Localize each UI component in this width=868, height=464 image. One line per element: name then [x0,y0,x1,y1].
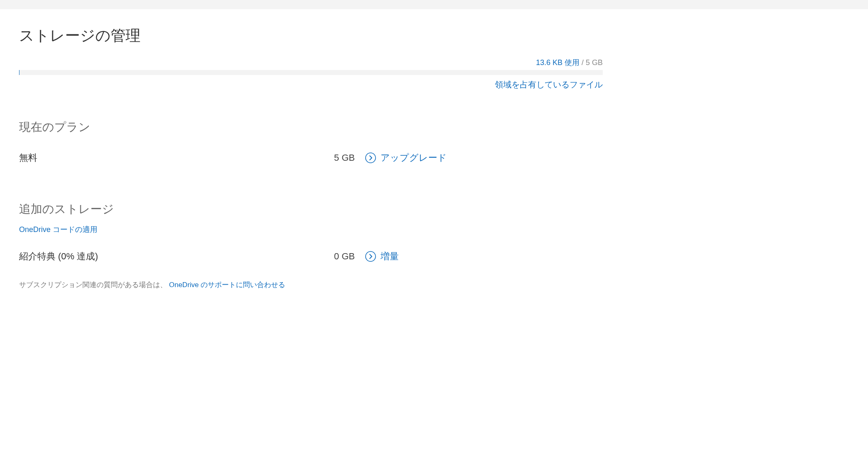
top-strip [0,0,868,9]
svg-point-1 [366,251,376,261]
page-title: ストレージの管理 [19,26,603,46]
referral-bonus-row: 紹介特典 (0% 達成) 0 GB 増量 [19,250,603,263]
upgrade-label: アップグレード [381,152,447,164]
upgrade-button[interactable]: アップグレード [365,152,447,164]
support-link[interactable]: OneDrive のサポートに問い合わせる [169,281,286,289]
chevron-right-circle-icon [365,152,376,164]
subscription-footer: サブスクリプション関連の質問がある場合は、 OneDrive のサポートに問い合… [19,280,603,290]
storage-total: / 5 GB [579,58,603,67]
current-plan-section: 現在のプラン 無料 5 GB アップグレード [19,119,603,164]
additional-storage-section: 追加のストレージ OneDrive コードの適用 紹介特典 (0% 達成) 0 … [19,201,603,290]
plan-row: 無料 5 GB アップグレード [19,152,603,164]
referral-bonus-name: 紹介特典 (0% 達成) [19,250,318,263]
main-content: ストレージの管理 13.6 KB 使用 / 5 GB 領域を占有しているファイル… [0,9,622,314]
plan-size: 5 GB [318,152,355,163]
storage-used: 13.6 KB 使用 [536,58,579,67]
onedrive-code-link[interactable]: OneDrive コードの適用 [19,225,97,234]
plan-name: 無料 [19,152,318,164]
svg-point-0 [366,153,376,163]
referral-bonus-size: 0 GB [318,251,355,262]
occupying-files-link[interactable]: 領域を占有しているファイル [495,80,603,89]
increase-button[interactable]: 増量 [365,250,399,263]
additional-storage-heading: 追加のストレージ [19,201,603,217]
increase-label: 増量 [381,250,399,263]
current-plan-heading: 現在のプラン [19,119,603,135]
footer-prefix: サブスクリプション関連の質問がある場合は、 [19,281,169,289]
storage-progress-bar [19,70,603,75]
storage-usage-text: 13.6 KB 使用 / 5 GB [19,58,603,68]
chevron-right-circle-icon [365,251,376,262]
